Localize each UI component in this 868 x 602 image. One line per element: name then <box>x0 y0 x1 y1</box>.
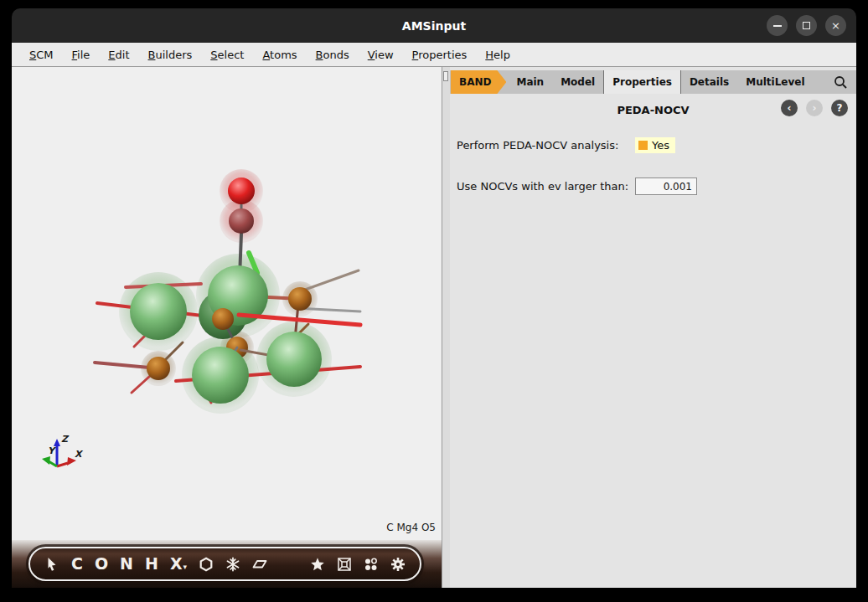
window-title: AMSinput <box>402 19 466 33</box>
tab-multilevel[interactable]: MultiLevel <box>737 70 813 94</box>
menu-view[interactable]: View <box>359 49 403 61</box>
back-button[interactable]: ‹ <box>781 100 798 116</box>
menu-atoms[interactable]: Atoms <box>253 49 306 61</box>
crystal-tool[interactable] <box>225 557 240 572</box>
star-icon <box>310 557 325 572</box>
menu-help[interactable]: Help <box>476 49 519 61</box>
atom-mg[interactable] <box>266 332 322 387</box>
atom-o[interactable] <box>147 357 170 380</box>
viewer-toolbar: CONHX▾ <box>28 547 421 581</box>
parallelogram-icon <box>252 557 267 572</box>
search-button[interactable] <box>833 70 856 94</box>
panel-splitter[interactable] <box>442 66 450 588</box>
menu-file[interactable]: File <box>63 49 100 61</box>
menu-properties[interactable]: Properties <box>403 49 477 61</box>
help-button[interactable]: ? <box>831 100 848 116</box>
tab-properties[interactable]: Properties <box>603 70 681 94</box>
maximize-button[interactable] <box>796 15 817 36</box>
y-axis-label: Y <box>48 445 57 456</box>
forward-button: › <box>806 100 823 116</box>
minimize-icon <box>773 25 782 27</box>
z-arrowhead-icon <box>54 439 60 446</box>
panel-nav: ‹ › ? <box>781 100 848 116</box>
field-row-peda-analysis: Perform PEDA-NOCV analysis: Yes <box>457 137 850 153</box>
x-axis <box>57 463 68 466</box>
tab-main[interactable]: Main <box>508 70 552 94</box>
close-button[interactable]: × <box>825 15 846 36</box>
option-swatch-icon <box>638 141 648 150</box>
chemical-formula: C Mg4 O5 <box>386 522 436 533</box>
atom-c[interactable] <box>229 208 254 234</box>
tab-model[interactable]: Model <box>552 70 603 94</box>
gear-icon <box>390 557 406 572</box>
menubar: SCMFileEditBuildersSelectAtomsBondsViewP… <box>12 43 856 66</box>
element-o-button[interactable]: O <box>95 556 108 572</box>
peda-analysis-select[interactable]: Yes <box>635 137 675 153</box>
molecule-viewer[interactable]: Z Y X C Mg4 O5 CONHX▾ <box>12 66 442 588</box>
field-row-nocv-ev: Use NOCVs with ev larger than: <box>457 178 850 195</box>
y-arrowhead-icon <box>42 456 50 465</box>
main-content: Z Y X C Mg4 O5 CONHX▾ BAND MainModelProp… <box>12 66 856 588</box>
dropdown-caret-icon: ▾ <box>183 563 188 571</box>
menu-edit[interactable]: Edit <box>99 49 138 61</box>
band-menu-tab[interactable]: BAND <box>451 70 506 94</box>
atom-mg[interactable] <box>192 347 249 404</box>
settings-tool[interactable] <box>390 557 406 572</box>
menu-scm[interactable]: SCM <box>20 49 63 61</box>
search-icon <box>833 75 848 90</box>
window-controls: × <box>767 15 846 36</box>
pointer-tool[interactable] <box>44 557 59 572</box>
favorites-tool[interactable] <box>310 557 325 572</box>
element-h-button[interactable]: H <box>145 556 158 572</box>
atom-o[interactable] <box>212 308 234 330</box>
z-axis-label: Z <box>61 434 70 445</box>
tab-list: MainModelPropertiesDetailsMultiLevel <box>508 70 813 94</box>
maximize-icon <box>803 22 810 29</box>
settings-panel: BAND MainModelPropertiesDetailsMultiLeve… <box>450 66 856 588</box>
nocv-ev-input[interactable] <box>635 178 697 195</box>
tab-details[interactable]: Details <box>681 70 737 94</box>
atom-o[interactable] <box>228 178 255 204</box>
tabbar: BAND MainModelPropertiesDetailsMultiLeve… <box>450 70 856 94</box>
atom-o[interactable] <box>288 287 312 311</box>
pointer-icon <box>44 557 59 572</box>
menu-builders[interactable]: Builders <box>139 49 202 61</box>
screen: AMSinput × SCMFileEditBuildersSelectAtom… <box>0 0 868 602</box>
splitter-handle-icon[interactable] <box>443 71 448 81</box>
x-axis-label: X <box>75 449 84 460</box>
titlebar[interactable]: AMSinput × <box>12 8 856 43</box>
tool-dock: CONHX▾ <box>12 540 442 588</box>
snowflake-icon <box>225 557 240 572</box>
minimize-button[interactable] <box>767 15 788 36</box>
axis-indicator: Z Y X <box>38 432 96 478</box>
molecule-tool[interactable] <box>364 557 379 572</box>
dots-icon <box>364 557 379 572</box>
ring-tool[interactable] <box>199 557 214 572</box>
menu-bonds[interactable]: Bonds <box>307 49 359 61</box>
hexagon-icon <box>199 557 214 572</box>
option-value-label: Yes <box>652 139 669 152</box>
box-icon <box>337 557 352 572</box>
atom-mg[interactable] <box>130 283 187 340</box>
field-label: Use NOCVs with ev larger than: <box>457 180 635 193</box>
menu-select[interactable]: Select <box>201 49 253 61</box>
unit-cell-tool[interactable] <box>337 557 352 572</box>
element-c-button[interactable]: C <box>71 556 83 572</box>
element-n-button[interactable]: N <box>120 556 133 572</box>
field-label: Perform PEDA-NOCV analysis: <box>457 139 635 152</box>
amsinput-window: AMSinput × SCMFileEditBuildersSelectAtom… <box>12 8 856 588</box>
plane-tool[interactable] <box>252 557 267 572</box>
element-x-button[interactable]: X▾ <box>170 556 187 572</box>
